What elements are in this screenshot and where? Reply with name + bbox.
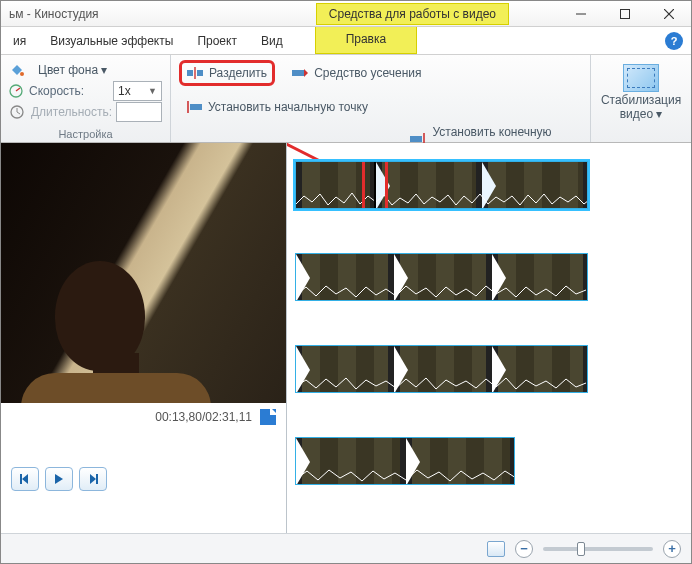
help-icon[interactable]: ?: [665, 32, 683, 50]
svg-line-9: [17, 112, 20, 114]
timecode-row: 00:13,80/02:31,11: [1, 403, 286, 431]
svg-rect-16: [410, 136, 422, 142]
menubar: ия Визуальные эффекты Проект Вид Правка …: [1, 27, 691, 55]
ribbon-group-edit: Разделить Средство усечения Установить н…: [171, 55, 591, 142]
close-button[interactable]: [647, 1, 691, 27]
preview-pane: 00:13,80/02:31,11: [1, 143, 287, 533]
ribbon-group-settings: Цвет фона ▾ Скорость: 1x ▼ Длительность:…: [1, 55, 171, 142]
split-button[interactable]: Разделить: [179, 60, 275, 86]
next-frame-button[interactable]: [79, 467, 107, 491]
ribbon: Цвет фона ▾ Скорость: 1x ▼ Длительность:…: [1, 55, 691, 143]
app-window: ьм - Киностудия Средства для работы с ви…: [0, 0, 692, 564]
split-icon: [187, 65, 203, 81]
previous-frame-button[interactable]: [11, 467, 39, 491]
speedometer-icon: [9, 83, 23, 99]
menu-item-visual-effects[interactable]: Визуальные эффекты: [38, 29, 185, 53]
transport-controls: [1, 457, 286, 501]
audio-waveform: [296, 282, 588, 300]
svg-rect-13: [292, 70, 304, 76]
timecode: 00:13,80/02:31,11: [155, 410, 252, 424]
tab-edit[interactable]: Правка: [315, 27, 418, 54]
play-button[interactable]: [45, 467, 73, 491]
chevron-down-icon: ▼: [148, 86, 157, 96]
menu-item-0[interactable]: ия: [1, 29, 38, 53]
svg-point-4: [20, 72, 24, 76]
zoom-slider[interactable]: [543, 547, 653, 551]
background-color-button[interactable]: Цвет фона ▾: [31, 60, 114, 80]
trim-button[interactable]: Средство усечения: [285, 62, 428, 84]
contextual-tab-label: Средства для работы с видео: [329, 7, 496, 21]
ribbon-group-stabilize: Стабилизация видео ▾: [591, 55, 691, 142]
audio-waveform: [296, 190, 588, 208]
thumbnails-view-icon[interactable]: [487, 541, 505, 557]
timeline-clip[interactable]: [295, 253, 588, 301]
fullscreen-icon[interactable]: [260, 409, 276, 425]
menu-item-project[interactable]: Проект: [185, 29, 249, 53]
zoom-out-button[interactable]: −: [515, 540, 533, 558]
group-label-settings: Настройка: [9, 128, 162, 140]
svg-rect-19: [96, 474, 98, 484]
stabilize-icon: [623, 64, 659, 92]
duration-label: Длительность:: [31, 105, 112, 119]
timeline-clip[interactable]: [295, 345, 588, 393]
timeline-clip[interactable]: [295, 437, 515, 485]
statusbar: − +: [1, 533, 691, 563]
start-point-icon: [186, 99, 202, 115]
audio-waveform: [296, 466, 515, 484]
timeline-pane[interactable]: [287, 143, 691, 533]
trim-icon: [292, 65, 308, 81]
stabilize-button[interactable]: Стабилизация видео ▾: [599, 59, 683, 127]
content-area: 00:13,80/02:31,11: [1, 143, 691, 533]
speed-select[interactable]: 1x ▼: [113, 81, 162, 101]
titlebar: ьм - Киностудия Средства для работы с ви…: [1, 1, 691, 27]
duration-input[interactable]: [116, 102, 162, 122]
maximize-button[interactable]: [603, 1, 647, 27]
bucket-icon: [9, 62, 25, 78]
zoom-slider-handle[interactable]: [577, 542, 585, 556]
speed-label: Скорость:: [29, 84, 109, 98]
svg-rect-10: [187, 70, 193, 76]
svg-rect-1: [621, 9, 630, 18]
menu-item-view[interactable]: Вид: [249, 29, 295, 53]
svg-rect-18: [20, 474, 22, 484]
set-start-point-button[interactable]: Установить начальную точку: [179, 96, 375, 118]
svg-line-6: [16, 88, 20, 91]
preview-frame: [1, 143, 286, 403]
minimize-button[interactable]: [559, 1, 603, 27]
timeline-clip[interactable]: [295, 161, 588, 209]
window-title: ьм - Киностудия: [1, 7, 99, 21]
audio-waveform: [296, 374, 588, 392]
contextual-tab-header: Средства для работы с видео: [316, 3, 509, 25]
clock-icon: [9, 104, 25, 120]
zoom-in-button[interactable]: +: [663, 540, 681, 558]
speed-value: 1x: [118, 84, 131, 98]
svg-rect-11: [197, 70, 203, 76]
annotation-playhead-highlight: [362, 161, 388, 209]
svg-rect-14: [190, 104, 202, 110]
video-preview[interactable]: [1, 143, 286, 403]
